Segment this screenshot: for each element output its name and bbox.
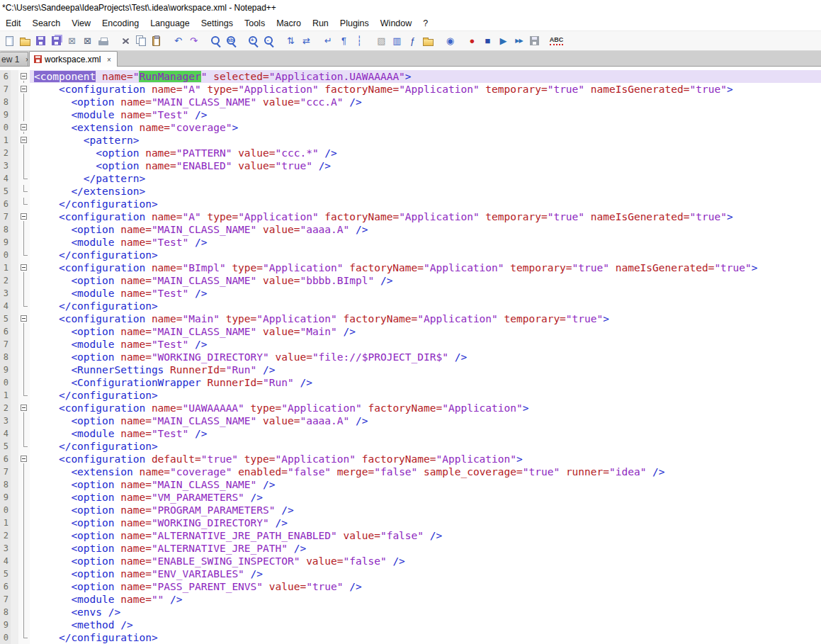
function-list-icon[interactable]: ƒ (405, 33, 420, 48)
bookmark-margin[interactable] (11, 159, 18, 172)
bookmark-margin[interactable] (11, 223, 18, 236)
bookmark-margin[interactable] (11, 593, 18, 606)
bookmark-margin[interactable] (11, 542, 18, 555)
bookmark-margin[interactable] (11, 402, 18, 414)
monitoring-icon[interactable]: ◉ (443, 33, 458, 48)
bookmark-margin[interactable] (11, 440, 18, 453)
menu-item-language[interactable]: Language (145, 16, 196, 30)
fold-marker[interactable] (21, 73, 27, 79)
menu-item-encoding[interactable]: Encoding (96, 16, 145, 30)
playback-macro-icon[interactable]: ▶ (496, 33, 511, 48)
bookmark-margin[interactable] (11, 555, 18, 567)
tab-close-icon[interactable]: × (105, 55, 113, 63)
save-all-icon[interactable] (49, 33, 64, 48)
menu-item-view[interactable]: View (66, 16, 96, 30)
bookmark-margin[interactable] (11, 236, 18, 249)
bookmark-margin[interactable] (11, 363, 18, 376)
bookmark-margin[interactable] (11, 478, 18, 491)
undo-icon[interactable]: ↶ (171, 33, 186, 48)
bookmark-margin[interactable] (11, 351, 18, 363)
stop-macro-icon[interactable]: ■ (480, 33, 495, 48)
bookmark-margin[interactable] (11, 147, 18, 159)
bookmark-margin[interactable] (11, 338, 18, 351)
bookmark-margin[interactable] (11, 453, 18, 465)
bookmark-margin[interactable] (11, 580, 18, 593)
fold-margin[interactable] (18, 210, 30, 223)
copy-icon[interactable] (133, 33, 148, 48)
bookmark-margin[interactable] (11, 261, 18, 274)
bookmark-margin[interactable] (11, 606, 18, 618)
sync-horizontal-icon[interactable]: ⇄ (299, 33, 314, 48)
bookmark-margin[interactable] (11, 567, 18, 580)
redo-icon[interactable]: ↷ (186, 33, 201, 48)
bookmark-margin[interactable] (11, 631, 18, 644)
save-icon[interactable] (33, 33, 48, 48)
bookmark-margin[interactable] (11, 465, 18, 478)
bookmark-margin[interactable] (11, 172, 18, 185)
bookmark-margin[interactable] (11, 134, 18, 147)
print-icon[interactable] (96, 33, 111, 48)
bookmark-margin[interactable] (11, 491, 18, 504)
menu-item-help[interactable]: ? (417, 16, 434, 30)
fold-marker[interactable] (21, 124, 27, 130)
indent-guide-icon[interactable]: ┆ (352, 33, 367, 48)
menu-item-tools[interactable]: Tools (239, 16, 271, 30)
bookmark-margin[interactable] (11, 108, 18, 121)
fold-margin[interactable] (18, 134, 30, 147)
editor[interactable]: 6<component name="RunManager" selected="… (0, 67, 821, 644)
document-map-icon[interactable]: ▥ (390, 33, 404, 48)
bookmark-margin[interactable] (11, 389, 18, 402)
menu-item-search[interactable]: Search (27, 16, 67, 30)
bookmark-margin[interactable] (11, 198, 18, 210)
bookmark-margin[interactable] (11, 83, 18, 96)
menu-item-run[interactable]: Run (307, 16, 334, 30)
run-macro-multiple-icon[interactable]: ▶▶ (511, 33, 526, 48)
menu-item-macro[interactable]: Macro (271, 16, 307, 30)
fold-margin[interactable] (18, 121, 30, 134)
bookmark-margin[interactable] (11, 70, 18, 83)
bookmark-margin[interactable] (11, 618, 18, 631)
bookmark-margin[interactable] (11, 287, 18, 300)
menu-item-plugins[interactable]: Plugins (334, 16, 375, 30)
fold-marker[interactable] (21, 137, 27, 143)
zoom-in-icon[interactable]: + (246, 33, 261, 48)
menu-item-settings[interactable]: Settings (196, 16, 239, 30)
tab-close-icon[interactable]: × (23, 55, 28, 63)
fold-marker[interactable] (21, 264, 27, 271)
menu-item-edit[interactable]: Edit (0, 16, 27, 30)
bookmark-margin[interactable] (11, 121, 18, 134)
fold-marker[interactable] (21, 405, 27, 411)
find-icon[interactable] (208, 33, 223, 48)
fold-marker[interactable] (21, 86, 27, 92)
paste-icon[interactable] (149, 33, 164, 48)
sync-vertical-icon[interactable]: ⇅ (283, 33, 298, 48)
bookmark-margin[interactable] (11, 516, 18, 529)
bookmark-margin[interactable] (11, 249, 18, 261)
bookmark-margin[interactable] (11, 325, 18, 338)
fold-margin[interactable] (18, 402, 30, 414)
close-all-icon[interactable]: ⊠ (80, 33, 95, 48)
tab-workspace-xml[interactable]: workspace.xml× (29, 51, 118, 67)
replace-icon[interactable]: ab (224, 33, 239, 48)
open-file-icon[interactable] (18, 33, 33, 48)
new-file-icon[interactable] (2, 33, 17, 48)
folder-as-workspace-icon[interactable] (421, 33, 436, 48)
fold-margin[interactable] (18, 261, 30, 274)
cut-icon[interactable] (118, 33, 132, 48)
fold-marker[interactable] (21, 213, 27, 220)
bookmark-margin[interactable] (11, 274, 18, 287)
show-all-characters-icon[interactable]: ¶ (336, 33, 351, 48)
menu-item-window[interactable]: Window (375, 16, 417, 30)
bookmark-margin[interactable] (11, 414, 18, 427)
zoom-out-icon[interactable]: - (261, 33, 276, 48)
bookmark-margin[interactable] (11, 504, 18, 516)
bookmark-margin[interactable] (11, 376, 18, 389)
bookmark-margin[interactable] (11, 96, 18, 108)
spell-check-icon[interactable]: ABC (549, 33, 564, 48)
fold-marker[interactable] (21, 456, 27, 462)
bookmark-margin[interactable] (11, 427, 18, 440)
close-icon[interactable]: ⊠ (64, 33, 79, 48)
record-macro-icon[interactable]: ● (465, 33, 480, 48)
define-language-icon[interactable]: ▧ (374, 33, 389, 48)
tab-new-1[interactable]: ew 1× (0, 52, 28, 66)
